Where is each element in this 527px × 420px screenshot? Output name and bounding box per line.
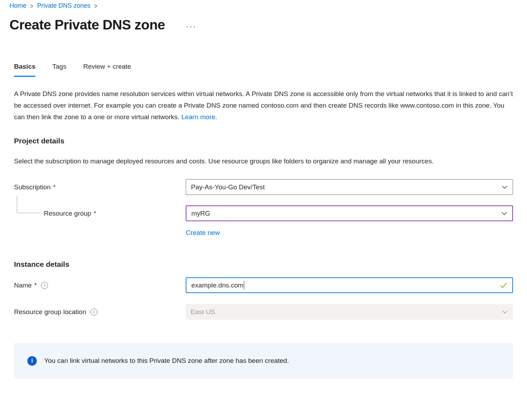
- tab-tags[interactable]: Tags: [52, 63, 66, 77]
- location-label: Resource group location i: [14, 308, 186, 316]
- resource-group-row: Resource group * myRG: [14, 205, 513, 221]
- tab-tags-label: Tags: [52, 63, 66, 70]
- chevron-down-icon: [501, 210, 507, 217]
- breadcrumb-separator-icon: >: [94, 2, 97, 9]
- tab-basics[interactable]: Basics: [14, 63, 35, 77]
- name-input-value: example.dns.com: [191, 282, 244, 289]
- name-label: Name * i: [14, 282, 186, 289]
- tab-bar: Basics Tags Review + create: [14, 63, 513, 77]
- subscription-value: Pay-As-You-Go Dev/Test: [191, 183, 265, 191]
- info-banner: i You can link virtual networks to this …: [14, 343, 513, 379]
- more-menu-icon[interactable]: ···: [186, 19, 197, 31]
- breadcrumb-home-link[interactable]: Home: [9, 2, 26, 9]
- info-banner-text: You can link virtual networks to this Pr…: [44, 357, 289, 365]
- project-details-heading: Project details: [14, 137, 513, 145]
- tab-review-create-label: Review + create: [83, 63, 131, 70]
- tab-review-create[interactable]: Review + create: [83, 63, 131, 77]
- create-new-link[interactable]: Create new: [186, 229, 220, 236]
- resource-group-label-text: Resource group: [44, 210, 91, 217]
- chevron-down-icon: [502, 309, 508, 315]
- project-details-description: Select the subscription to manage deploy…: [14, 155, 513, 167]
- resource-group-connector-line: [17, 196, 40, 213]
- tab-basics-label: Basics: [14, 63, 35, 70]
- info-banner-icon: i: [27, 356, 37, 366]
- info-icon[interactable]: i: [90, 309, 97, 316]
- required-asterisk: *: [53, 183, 56, 191]
- text-cursor: [244, 281, 245, 290]
- page-title: Create Private DNS zone: [9, 17, 165, 33]
- name-label-text: Name: [14, 282, 32, 289]
- project-details-form: Subscription * Pay-As-You-Go Dev/Test Re…: [14, 179, 513, 241]
- instance-details-heading: Instance details: [14, 260, 513, 269]
- location-value: East US: [191, 308, 215, 316]
- learn-more-link[interactable]: Learn more.: [181, 113, 217, 121]
- info-icon[interactable]: i: [41, 282, 48, 289]
- subscription-label: Subscription *: [14, 183, 186, 191]
- intro-text: A Private DNS zone provides name resolut…: [14, 90, 513, 121]
- subscription-select[interactable]: Pay-As-You-Go Dev/Test: [186, 179, 513, 195]
- location-select-disabled: East US: [186, 304, 513, 320]
- intro-paragraph: A Private DNS zone provides name resolut…: [14, 88, 513, 123]
- chevron-down-icon: [501, 184, 508, 190]
- location-label-text: Resource group location: [14, 308, 86, 316]
- required-asterisk: *: [34, 282, 37, 289]
- location-row: Resource group location i East US: [14, 304, 513, 320]
- subscription-row: Subscription * Pay-As-You-Go Dev/Test: [14, 179, 513, 195]
- create-private-dns-zone-page: Home > Private DNS zones > Create Privat…: [0, 0, 527, 379]
- valid-checkmark-icon: [500, 282, 507, 289]
- breadcrumb-private-dns-zones-link[interactable]: Private DNS zones: [37, 2, 90, 9]
- name-row: Name * i example.dns.com: [14, 277, 513, 293]
- subscription-label-text: Subscription: [14, 183, 51, 191]
- create-new-row: Create new: [14, 225, 513, 241]
- resource-group-select[interactable]: myRG: [186, 205, 513, 221]
- breadcrumb: Home > Private DNS zones >: [9, 2, 513, 9]
- required-asterisk: *: [94, 210, 96, 217]
- name-input[interactable]: example.dns.com: [186, 277, 513, 293]
- resource-group-value: myRG: [191, 210, 210, 217]
- title-row: Create Private DNS zone ···: [9, 17, 513, 33]
- breadcrumb-separator-icon: >: [30, 2, 33, 9]
